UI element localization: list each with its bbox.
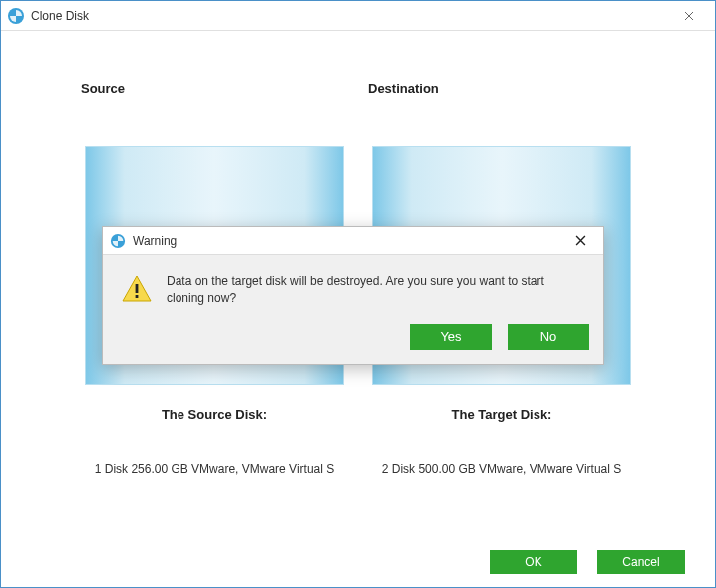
svg-rect-3: [136, 295, 139, 298]
warning-dialog: Warning Data on the target disk will be …: [102, 226, 604, 365]
cancel-button[interactable]: Cancel: [597, 550, 685, 574]
source-disk-label: The Source Disk:: [162, 407, 267, 422]
window-close-button[interactable]: [669, 2, 709, 30]
window-title: Clone Disk: [31, 9, 89, 23]
window-footer: OK Cancel: [1, 537, 715, 587]
ok-button[interactable]: OK: [490, 550, 577, 574]
app-icon: [7, 7, 25, 25]
source-disk-description: 1 Disk 256.00 GB VMware, VMware Virtual …: [85, 461, 344, 478]
dialog-message: Data on the target disk will be destroye…: [167, 273, 585, 308]
no-button[interactable]: No: [508, 324, 589, 350]
dialog-app-icon: [109, 232, 127, 250]
yes-button[interactable]: Yes: [410, 324, 492, 350]
destination-header: Destination: [368, 81, 439, 96]
target-disk-description: 2 Disk 500.00 GB VMware, VMware Virtual …: [372, 461, 631, 478]
dialog-close-button[interactable]: [563, 229, 597, 253]
target-disk-label: The Target Disk:: [452, 407, 552, 422]
dialog-title: Warning: [133, 234, 177, 248]
svg-rect-2: [136, 284, 139, 293]
window-titlebar: Clone Disk: [1, 1, 715, 31]
source-header: Source: [81, 81, 125, 96]
dialog-titlebar: Warning: [103, 227, 603, 255]
warning-icon: [121, 273, 153, 305]
